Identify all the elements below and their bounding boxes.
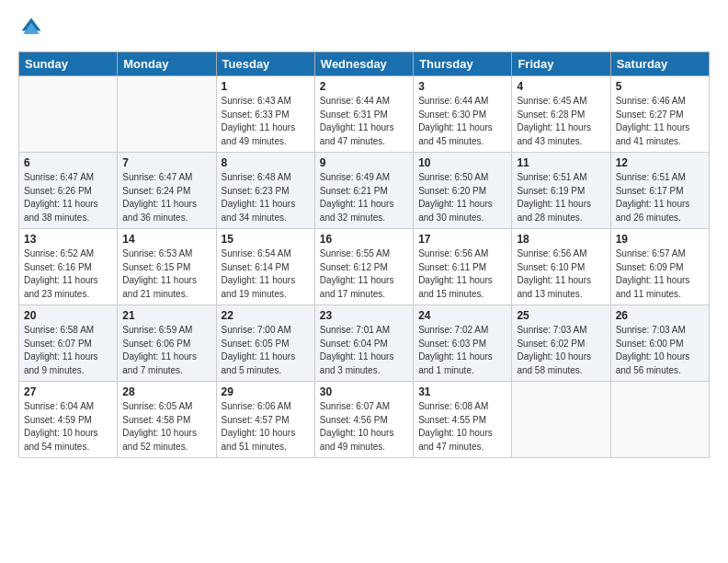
cell-details: Sunrise: 6:54 AMSunset: 6:14 PMDaylight:… — [222, 247, 310, 301]
day-number: 1 — [222, 80, 310, 93]
calendar-header: SundayMondayTuesdayWednesdayThursdayFrid… — [19, 52, 710, 76]
day-number: 12 — [616, 156, 704, 169]
header-day-saturday: Saturday — [610, 52, 709, 76]
calendar-cell: 3Sunrise: 6:44 AMSunset: 6:30 PMDaylight… — [414, 76, 512, 153]
cell-details: Sunrise: 6:50 AMSunset: 6:20 PMDaylight:… — [418, 171, 506, 224]
cell-details: Sunrise: 6:53 AMSunset: 6:15 PMDaylight:… — [122, 247, 210, 301]
calendar-cell: 27Sunrise: 6:04 AMSunset: 4:59 PMDayligh… — [19, 382, 118, 458]
day-number: 29 — [222, 385, 310, 398]
cell-details: Sunrise: 6:47 AMSunset: 6:24 PMDaylight:… — [122, 171, 210, 224]
day-number: 6 — [24, 156, 112, 169]
calendar-cell: 26Sunrise: 7:03 AMSunset: 6:00 PMDayligh… — [610, 305, 709, 382]
day-number: 18 — [517, 233, 605, 246]
cell-details: Sunrise: 6:43 AMSunset: 6:33 PMDaylight:… — [222, 95, 310, 148]
calendar-cell: 29Sunrise: 6:06 AMSunset: 4:57 PMDayligh… — [216, 382, 314, 458]
cell-details: Sunrise: 6:45 AMSunset: 6:28 PMDaylight:… — [517, 95, 605, 148]
cell-details: Sunrise: 7:03 AMSunset: 6:00 PMDaylight:… — [616, 324, 704, 377]
calendar-cell: 4Sunrise: 6:45 AMSunset: 6:28 PMDaylight… — [512, 76, 610, 153]
cell-details: Sunrise: 7:03 AMSunset: 6:02 PMDaylight:… — [517, 324, 605, 377]
calendar-cell: 20Sunrise: 6:58 AMSunset: 6:07 PMDayligh… — [19, 305, 118, 382]
day-number: 30 — [320, 385, 408, 398]
day-number: 13 — [24, 233, 112, 246]
header-day-tuesday: Tuesday — [216, 52, 314, 76]
day-number: 16 — [320, 233, 408, 246]
cell-details: Sunrise: 6:56 AMSunset: 6:11 PMDaylight:… — [418, 247, 506, 301]
day-number: 22 — [222, 309, 310, 322]
cell-details: Sunrise: 6:56 AMSunset: 6:10 PMDaylight:… — [517, 247, 605, 301]
calendar-cell: 9Sunrise: 6:49 AMSunset: 6:21 PMDaylight… — [314, 153, 413, 229]
calendar-cell: 16Sunrise: 6:55 AMSunset: 6:12 PMDayligh… — [314, 229, 413, 305]
cell-details: Sunrise: 6:05 AMSunset: 4:58 PMDaylight:… — [122, 400, 210, 454]
calendar-cell: 5Sunrise: 6:46 AMSunset: 6:27 PMDaylight… — [610, 76, 709, 153]
week-row-5: 27Sunrise: 6:04 AMSunset: 4:59 PMDayligh… — [19, 382, 710, 458]
calendar-cell: 7Sunrise: 6:47 AMSunset: 6:24 PMDaylight… — [118, 153, 216, 229]
calendar-cell: 10Sunrise: 6:50 AMSunset: 6:20 PMDayligh… — [414, 153, 512, 229]
logo — [18, 15, 48, 40]
header-day-wednesday: Wednesday — [314, 52, 413, 76]
calendar-cell: 8Sunrise: 6:48 AMSunset: 6:23 PMDaylight… — [216, 153, 314, 229]
calendar-cell: 12Sunrise: 6:51 AMSunset: 6:17 PMDayligh… — [610, 153, 709, 229]
calendar-cell: 31Sunrise: 6:08 AMSunset: 4:55 PMDayligh… — [414, 382, 512, 458]
logo-icon — [18, 15, 44, 40]
cell-details: Sunrise: 6:08 AMSunset: 4:55 PMDaylight:… — [418, 400, 506, 454]
day-number: 4 — [517, 80, 605, 93]
cell-details: Sunrise: 6:46 AMSunset: 6:27 PMDaylight:… — [616, 95, 704, 148]
calendar-cell: 24Sunrise: 7:02 AMSunset: 6:03 PMDayligh… — [414, 305, 512, 382]
day-number: 21 — [122, 309, 210, 322]
cell-details: Sunrise: 6:47 AMSunset: 6:26 PMDaylight:… — [24, 171, 112, 224]
header — [18, 15, 710, 40]
cell-details: Sunrise: 6:52 AMSunset: 6:16 PMDaylight:… — [24, 247, 112, 301]
cell-details: Sunrise: 7:00 AMSunset: 6:05 PMDaylight:… — [222, 324, 310, 377]
cell-details: Sunrise: 6:55 AMSunset: 6:12 PMDaylight:… — [320, 247, 408, 301]
week-row-1: 1Sunrise: 6:43 AMSunset: 6:33 PMDaylight… — [19, 76, 710, 153]
calendar-cell: 6Sunrise: 6:47 AMSunset: 6:26 PMDaylight… — [19, 153, 118, 229]
calendar-cell: 1Sunrise: 6:43 AMSunset: 6:33 PMDaylight… — [216, 76, 314, 153]
day-number: 3 — [418, 80, 506, 93]
cell-details: Sunrise: 6:06 AMSunset: 4:57 PMDaylight:… — [222, 400, 310, 454]
calendar-cell: 11Sunrise: 6:51 AMSunset: 6:19 PMDayligh… — [512, 153, 610, 229]
calendar-cell: 19Sunrise: 6:57 AMSunset: 6:09 PMDayligh… — [610, 229, 709, 305]
calendar-cell — [610, 382, 709, 458]
day-number: 25 — [517, 309, 605, 322]
day-number: 23 — [320, 309, 408, 322]
day-number: 19 — [616, 233, 704, 246]
header-day-friday: Friday — [512, 52, 610, 76]
calendar-cell: 17Sunrise: 6:56 AMSunset: 6:11 PMDayligh… — [414, 229, 512, 305]
calendar-cell: 25Sunrise: 7:03 AMSunset: 6:02 PMDayligh… — [512, 305, 610, 382]
cell-details: Sunrise: 6:07 AMSunset: 4:56 PMDaylight:… — [320, 400, 408, 454]
day-number: 15 — [222, 233, 310, 246]
week-row-3: 13Sunrise: 6:52 AMSunset: 6:16 PMDayligh… — [19, 229, 710, 305]
calendar-cell: 23Sunrise: 7:01 AMSunset: 6:04 PMDayligh… — [314, 305, 413, 382]
day-number: 8 — [222, 156, 310, 169]
day-number: 11 — [517, 156, 605, 169]
header-row: SundayMondayTuesdayWednesdayThursdayFrid… — [19, 52, 710, 76]
day-number: 17 — [418, 233, 506, 246]
cell-details: Sunrise: 6:48 AMSunset: 6:23 PMDaylight:… — [222, 171, 310, 224]
calendar-cell: 22Sunrise: 7:00 AMSunset: 6:05 PMDayligh… — [216, 305, 314, 382]
cell-details: Sunrise: 6:49 AMSunset: 6:21 PMDaylight:… — [320, 171, 408, 224]
calendar-table: SundayMondayTuesdayWednesdayThursdayFrid… — [18, 52, 710, 458]
cell-details: Sunrise: 6:58 AMSunset: 6:07 PMDaylight:… — [24, 324, 112, 377]
day-number: 5 — [616, 80, 704, 93]
calendar-cell — [19, 76, 118, 153]
day-number: 14 — [122, 233, 210, 246]
day-number: 31 — [418, 385, 506, 398]
calendar-cell: 18Sunrise: 6:56 AMSunset: 6:10 PMDayligh… — [512, 229, 610, 305]
day-number: 10 — [418, 156, 506, 169]
calendar-cell: 30Sunrise: 6:07 AMSunset: 4:56 PMDayligh… — [314, 382, 413, 458]
day-number: 24 — [418, 309, 506, 322]
cell-details: Sunrise: 6:51 AMSunset: 6:17 PMDaylight:… — [616, 171, 704, 224]
calendar-cell: 21Sunrise: 6:59 AMSunset: 6:06 PMDayligh… — [118, 305, 216, 382]
week-row-4: 20Sunrise: 6:58 AMSunset: 6:07 PMDayligh… — [19, 305, 710, 382]
header-day-sunday: Sunday — [19, 52, 118, 76]
cell-details: Sunrise: 6:44 AMSunset: 6:31 PMDaylight:… — [320, 95, 408, 148]
cell-details: Sunrise: 7:01 AMSunset: 6:04 PMDaylight:… — [320, 324, 408, 377]
day-number: 9 — [320, 156, 408, 169]
calendar-cell: 13Sunrise: 6:52 AMSunset: 6:16 PMDayligh… — [19, 229, 118, 305]
cell-details: Sunrise: 6:44 AMSunset: 6:30 PMDaylight:… — [418, 95, 506, 148]
day-number: 27 — [24, 385, 112, 398]
day-number: 26 — [616, 309, 704, 322]
day-number: 28 — [122, 385, 210, 398]
header-day-monday: Monday — [118, 52, 216, 76]
cell-details: Sunrise: 6:59 AMSunset: 6:06 PMDaylight:… — [122, 324, 210, 377]
